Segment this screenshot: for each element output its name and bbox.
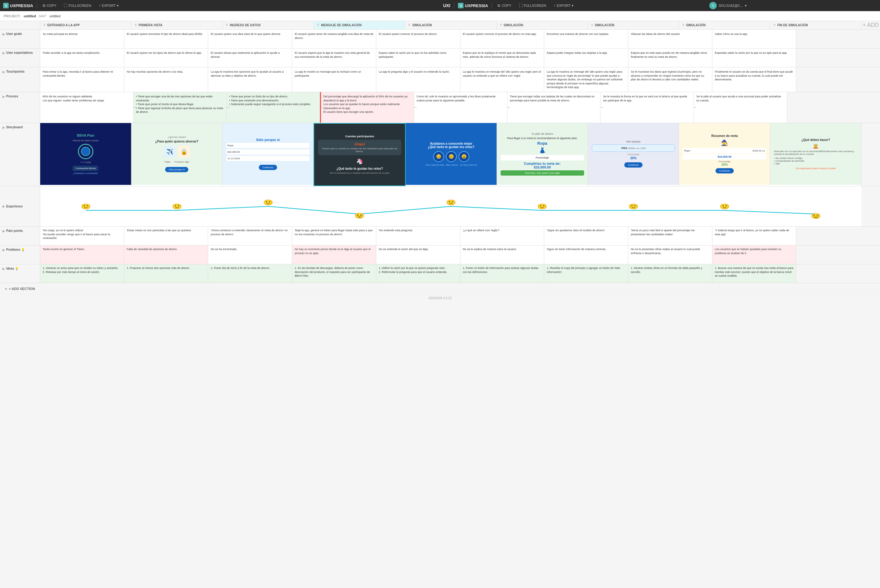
- cell-exp-2[interactable]: El usuario desea que realmente la aplica…: [208, 48, 292, 67]
- add-col-btn[interactable]: + ADD: [862, 21, 880, 29]
- cell-goals-3[interactable]: El usuario quiere tener de manera tangib…: [292, 30, 376, 48]
- cell-proc-3[interactable]: Del porcentaje que descargó la aplicació…: [320, 92, 414, 123]
- cell-idea-2[interactable]: 1. Poner día de inicio y fin de la meta …: [208, 264, 292, 283]
- storyboard-cell-2[interactable]: Sólo porque sí Ropa $10,000.00 11.12.201…: [223, 123, 314, 186]
- cell-goals-4[interactable]: El usuario quiere conocer el proceso de …: [376, 30, 460, 48]
- cell-pain-3[interactable]: 'Bajé la app, generé mi token para llega…: [292, 226, 376, 245]
- cell-tp-1[interactable]: No hay muchas opciones de ahorro a la vi…: [124, 68, 209, 92]
- cell-pain-5[interactable]: '¿A qué se refiere con 'regla'?: [460, 226, 545, 245]
- cell-idea-0[interactable]: 1. Generar un aviso para que no olviden …: [40, 264, 124, 283]
- cell-proc-7[interactable]: Se le pide al usuario que acuda a una su…: [694, 92, 787, 123]
- cell-idea-7[interactable]: 1. Mostrar ambas cifras en un formato de…: [628, 264, 712, 283]
- cell-goals-7[interactable]: Afianzar las ideas de ahorro del usuario…: [628, 30, 712, 48]
- storyboard-cell-7[interactable]: Resumen de meta 🧙 Ropa2018-12-11 $10,000…: [679, 123, 770, 186]
- cell-prob-7[interactable]: No se le presentan cifras reales al usua…: [628, 246, 712, 264]
- col-header-2[interactable]: ⠿ INGRESO DE DATOS: [223, 21, 314, 29]
- toggle-user-goals[interactable]: ▶: [3, 33, 5, 36]
- cell-goals-0[interactable]: Su meta principal es ahorrar.: [40, 30, 124, 48]
- map-name[interactable]: untitled: [50, 14, 60, 18]
- cell-exp-5[interactable]: Espera que se le explique el monto que s…: [460, 48, 545, 67]
- cell-goals-8[interactable]: Saber cómo se usa la app.: [712, 30, 796, 48]
- cell-goals-5[interactable]: El usuario quiere conocer el proceso de …: [460, 30, 545, 48]
- cell-prob-8[interactable]: Los usuarios que se habían quedado para …: [712, 246, 796, 264]
- export-btn-left[interactable]: ↑ EXPORT ▾: [97, 3, 120, 8]
- cell-prob-0[interactable]: Tarda mucho en generar el Token.: [40, 246, 124, 264]
- cell-exp-3[interactable]: El usuario espera que la app le muestre …: [292, 48, 376, 67]
- toggle-experience[interactable]: ▶: [3, 205, 5, 208]
- cell-goals-1[interactable]: El usuario quiere encontrar el tipo de a…: [124, 30, 209, 48]
- storyboard-cell-4[interactable]: Ayúdanos a conocerte mejor¿Qué tanto te …: [406, 123, 497, 186]
- toggle-pain[interactable]: ▶: [3, 230, 5, 233]
- copy-btn-right[interactable]: ⧉ COPY: [496, 3, 513, 8]
- cell-proc-5[interactable]: Tiene que escoger todas sus tarjetas de …: [508, 92, 601, 123]
- col-header-0[interactable]: ⠿ ENTRANDO A LA APP: [40, 21, 131, 29]
- cell-exp-0[interactable]: Poder acceder a la app sin tanta complic…: [40, 48, 124, 67]
- col-header-5[interactable]: ⠿ SIMULACIÓN: [497, 21, 588, 29]
- cell-prob-5[interactable]: No se le explica de manera clara al usua…: [460, 246, 545, 264]
- project-name[interactable]: untitled: [24, 14, 36, 18]
- col-header-6[interactable]: ⠿ SIMULACIÓN: [588, 21, 679, 29]
- storyboard-cell-3[interactable]: Cuentas participantes ¡Oops! Parece que …: [314, 123, 406, 186]
- nav-user[interactable]: S SOLO1AZ@C... ▾: [709, 2, 747, 9]
- col-header-7[interactable]: ⠿ SIMULACIÓN: [679, 21, 770, 29]
- toggle-touchpoints[interactable]: ▶: [3, 70, 5, 74]
- toggle-process[interactable]: ▶: [3, 95, 5, 98]
- col-header-8[interactable]: ⠿ FIN DE SIMULACIÓN: [770, 21, 862, 29]
- cell-proc-1[interactable]: • Tiene que escoger una de las tres opci…: [134, 92, 227, 123]
- col-header-1[interactable]: ⠿ PRIMERA VISTA: [131, 21, 223, 29]
- storyboard-cell-0[interactable]: BBVA Plan Ahorra sin darte cuenta *****7…: [40, 123, 131, 186]
- col-header-3[interactable]: ⠿ MENSAJE DE SIMULACIÓN: [314, 21, 405, 29]
- cell-tp-4[interactable]: La app le pregunta algo y el usuario no …: [376, 68, 460, 92]
- cell-tp-3[interactable]: La app le mostró un mensaje que la recha…: [292, 68, 376, 92]
- cell-proc-6[interactable]: Se le muestra la forma en la que se verá…: [601, 92, 694, 123]
- cell-prob-4[interactable]: No se entiende la razón del que se diga.: [376, 246, 460, 264]
- cell-tp-0[interactable]: Para entrar a la app, necesita ir al ban…: [40, 68, 124, 92]
- storyboard-cell-6[interactable]: Mis tarjetas VISA Débito •••• 1234 Porce…: [588, 123, 679, 186]
- cell-tp-8[interactable]: Finalmente el usuario se da cuenta que e…: [712, 68, 796, 92]
- cell-pain-4[interactable]: 'No entiendo esta pregunta': [376, 226, 460, 245]
- toggle-storyboard[interactable]: ▶: [3, 126, 5, 129]
- cell-tp-6[interactable]: La app le muestra un mensaje del 'alto q…: [544, 68, 628, 92]
- cell-idea-8[interactable]: 1. Buscar una manera de que no exista es…: [712, 264, 796, 283]
- cell-idea-1[interactable]: 1. Proponer al menos dos opciones más de…: [124, 264, 209, 283]
- cell-exp-7[interactable]: Espera que en este paso pueda ver de man…: [628, 48, 712, 67]
- cell-tp-7[interactable]: Se le muestran los datos que ingresó al …: [628, 68, 712, 92]
- cell-exp-8[interactable]: Esperaba saber la razón por la que no es…: [712, 48, 796, 67]
- export-btn-right[interactable]: ↑ EXPORT ▾: [552, 3, 575, 8]
- cell-pain-7[interactable]: 'Sería un poco más fácil si aparte del p…: [628, 226, 712, 245]
- cell-pain-1[interactable]: 'Estas metas no son parecidas a las que …: [124, 226, 209, 245]
- cell-proc-4[interactable]: Como tal, solo le muestra un aproximado …: [414, 92, 508, 123]
- copy-btn-left[interactable]: ⧉ COPY: [41, 3, 58, 8]
- toggle-problems[interactable]: ▶: [3, 248, 5, 252]
- cell-proc-0[interactable]: 65% de los usuarios no siguen adelante.L…: [40, 92, 134, 123]
- cell-tp-2[interactable]: La app le muestra tres opciones que le a…: [208, 68, 292, 92]
- cell-idea-4[interactable]: 1. Definir la razón por la que se quiere…: [376, 264, 460, 283]
- cell-pain-2[interactable]: 'Ahora comienzo a entender claramente mi…: [208, 226, 292, 245]
- storyboard-cell-8[interactable]: ¿Qué debes hacer? 🧝 Acércate con un ejec…: [770, 123, 862, 186]
- cell-goals-6[interactable]: Encontrar una manera de ahorrar con sus …: [544, 30, 628, 48]
- add-section-btn[interactable]: + + ADD SECTION: [0, 283, 880, 294]
- cell-goals-2[interactable]: El usuario quiere una idea clara de lo q…: [208, 30, 292, 48]
- cell-idea-5[interactable]: 1. Poner un botón de información para ac…: [460, 264, 545, 283]
- cell-pain-8[interactable]: 'Y todavía tengo que ir al banco, yo no …: [712, 226, 796, 245]
- cell-idea-6[interactable]: 1. Reseñar el copy del principio y agreg…: [544, 264, 628, 283]
- cell-proc-2[interactable]: • Tiene que poner un título de su tipo d…: [227, 92, 320, 123]
- cell-idea-3[interactable]: 1. En las tiendas de descargas, debería …: [292, 264, 376, 283]
- cell-exp-4[interactable]: Espera saber la razón por la que no fue …: [376, 48, 460, 67]
- toggle-ideas[interactable]: ▶: [3, 267, 5, 270]
- cell-prob-1[interactable]: Falta de variedad de opciones de ahorro.: [124, 246, 209, 264]
- storyboard-cell-1[interactable]: ¿Qué tal, Noran! ¿Para quién quieres aho…: [131, 123, 223, 186]
- cell-tp-5[interactable]: La app le muestra un mensaje del 'alto q…: [460, 68, 545, 92]
- cell-exp-1[interactable]: El usuario quiere ver los tipos de ahorr…: [124, 48, 209, 67]
- cell-pain-6[interactable]: 'Sigue sin quedarme claro el modelo de a…: [544, 226, 628, 245]
- cell-exp-6[interactable]: Espera poder integrar todas sus tarjetas…: [544, 48, 628, 67]
- cell-prob-6[interactable]: Sigue sin tener información de manera co…: [544, 246, 628, 264]
- cell-prob-3[interactable]: No hay un momento previo donde se le dig…: [292, 246, 376, 264]
- fullscreen-btn-right[interactable]: ⛶ FULLSCREEN: [517, 3, 548, 8]
- fullscreen-btn-left[interactable]: ⛶ FULLSCREEN: [62, 3, 93, 8]
- toggle-expectations[interactable]: ▶: [3, 51, 5, 55]
- cell-pain-0[interactable]: 'No cargo, yo no lo quiero utilizar''No …: [40, 226, 124, 245]
- cell-prob-2[interactable]: No se ha encontrado.: [208, 246, 292, 264]
- storyboard-cell-5[interactable]: Tu plan de ahorro Para llegar a tu meta …: [497, 123, 588, 186]
- col-header-4[interactable]: ⠿ SIMULACIÓN: [405, 21, 496, 29]
